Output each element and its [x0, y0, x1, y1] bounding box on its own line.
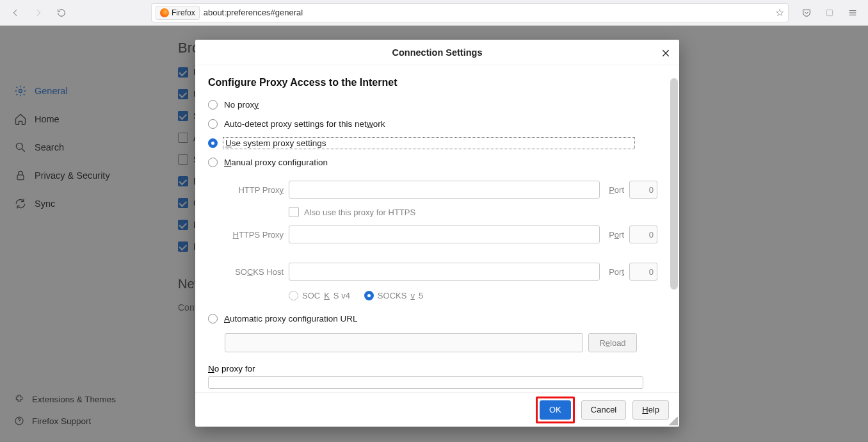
- radio-automatic-url[interactable]: Automatic proxy configuration URL: [208, 309, 666, 328]
- auto-config-url-input[interactable]: [225, 333, 583, 352]
- menu-icon[interactable]: [842, 3, 863, 23]
- http-proxy-input[interactable]: [289, 181, 600, 199]
- forward-button[interactable]: [28, 3, 49, 23]
- pocket-icon[interactable]: [796, 3, 817, 23]
- resize-grip[interactable]: [669, 416, 678, 425]
- identity-chip[interactable]: Firefox: [156, 6, 200, 20]
- dialog-close-button[interactable]: [659, 46, 673, 60]
- no-proxy-for-label: No proxy for: [208, 364, 255, 373]
- no-proxy-for-input[interactable]: [208, 376, 643, 389]
- radio-auto-detect[interactable]: Auto-detect proxy settings for this netw…: [208, 114, 666, 133]
- reload-button[interactable]: [51, 3, 72, 23]
- port-label: Port: [605, 267, 624, 277]
- socks-host-input[interactable]: [289, 263, 600, 281]
- https-proxy-label: HTTPS Proxy: [225, 230, 284, 240]
- help-button[interactable]: Help: [632, 400, 669, 420]
- url-text: about:preferences#general: [204, 8, 303, 17]
- port-label: Port: [605, 185, 624, 195]
- radio-manual[interactable]: Manual proxy configuration: [208, 152, 666, 172]
- ok-highlight: OK: [536, 397, 575, 423]
- https-proxy-input[interactable]: [289, 225, 600, 243]
- dialog-title: Connection Settings: [195, 40, 679, 65]
- bookmark-star-icon[interactable]: ☆: [775, 6, 784, 19]
- also-https-checkbox[interactable]: [289, 207, 299, 217]
- scrollbar[interactable]: [670, 78, 678, 290]
- socks-host-label: SOCKS Host: [225, 267, 284, 277]
- radio-use-system[interactable]: Use system proxy settings: [208, 133, 666, 152]
- port-label: Port: [605, 230, 624, 240]
- http-proxy-label: HTTP Proxy: [225, 185, 284, 195]
- reload-pac-button[interactable]: Reload: [588, 333, 637, 352]
- radio-socks-v5[interactable]: SOCKS v5: [364, 291, 423, 300]
- ok-button[interactable]: OK: [540, 400, 571, 420]
- svg-rect-0: [826, 10, 832, 15]
- radio-no-proxy[interactable]: No proxy: [208, 95, 666, 114]
- browser-toolbar: Firefox about:preferences#general ☆: [0, 0, 868, 26]
- urlbar[interactable]: Firefox about:preferences#general ☆: [151, 3, 789, 22]
- dialog-body: Configure Proxy Access to the Internet N…: [195, 65, 679, 392]
- cancel-button[interactable]: Cancel: [581, 400, 626, 420]
- radio-socks-v4[interactable]: SOCKS v4: [289, 291, 350, 300]
- firefox-logo-icon: [160, 8, 169, 17]
- identity-label: Firefox: [172, 8, 195, 17]
- account-icon[interactable]: [819, 3, 840, 23]
- dialog-footer: OK Cancel Help: [195, 392, 679, 427]
- socks-port-input[interactable]: [629, 263, 657, 281]
- back-button[interactable]: [5, 3, 26, 23]
- also-https-label: Also use this proxy for HTTPS: [304, 208, 415, 217]
- connection-settings-dialog: Connection Settings Configure Proxy Acce…: [195, 40, 679, 427]
- http-port-input[interactable]: [629, 181, 657, 199]
- https-port-input[interactable]: [629, 225, 657, 243]
- dialog-heading: Configure Proxy Access to the Internet: [208, 77, 666, 88]
- manual-proxy-group: HTTP Proxy Port Also use this proxy for …: [225, 176, 666, 305]
